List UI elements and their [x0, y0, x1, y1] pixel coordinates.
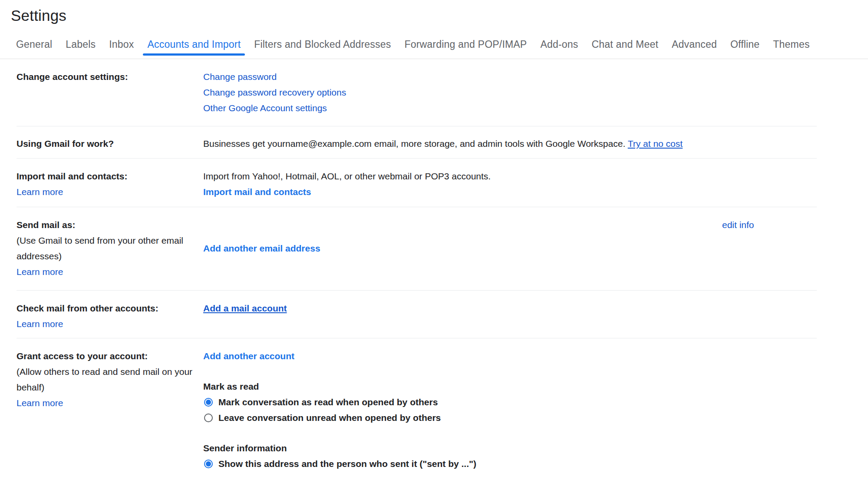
- using-gmail-for-work-label: Using Gmail for work?: [17, 136, 203, 152]
- tab-accounts-and-import[interactable]: Accounts and Import: [147, 33, 241, 59]
- radio-label: Mark conversation as read when opened by…: [218, 394, 438, 410]
- tab-chat-and-meet[interactable]: Chat and Meet: [592, 33, 658, 59]
- radio-option-mark-as-read[interactable]: Mark conversation as read when opened by…: [203, 394, 722, 410]
- change-password-recovery-options-link[interactable]: Change password recovery options: [203, 87, 346, 97]
- radio-option-leave-unread[interactable]: Leave conversation unread when opened by…: [203, 410, 722, 426]
- grant-access-label: Grant access to your account:: [17, 348, 203, 364]
- add-a-mail-account-link[interactable]: Add a mail account: [203, 303, 287, 313]
- tab-themes[interactable]: Themes: [773, 33, 809, 59]
- tab-add-ons[interactable]: Add-ons: [540, 33, 578, 59]
- change-password-link[interactable]: Change password: [203, 72, 277, 82]
- add-another-email-address-link[interactable]: Add another email address: [203, 243, 320, 253]
- radio-label: Leave conversation unread when opened by…: [218, 410, 441, 426]
- try-at-no-cost-link[interactable]: Try at no cost: [628, 139, 683, 149]
- radio-label: Show this address and the person who sen…: [218, 456, 476, 472]
- tab-advanced[interactable]: Advanced: [672, 33, 717, 59]
- send-mail-as-label: Send mail as:: [17, 217, 203, 233]
- tab-general[interactable]: General: [16, 33, 52, 59]
- page-title: Settings: [11, 7, 868, 24]
- other-google-account-settings-link[interactable]: Other Google Account settings: [203, 103, 327, 113]
- sender-information-heading: Sender information: [203, 440, 722, 456]
- check-mail-label: Check mail from other accounts:: [17, 301, 203, 316]
- row-grant-access: Grant access to your account: (Allow oth…: [17, 338, 817, 472]
- workspace-promo-text: Businesses get yourname@example.com emai…: [203, 139, 628, 149]
- radio-option-show-address[interactable]: Show this address and the person who sen…: [203, 456, 722, 472]
- send-mail-as-sublabel: (Use Gmail to send from your other email…: [17, 233, 203, 264]
- settings-rows: Change account settings: Change password…: [17, 59, 817, 472]
- tab-filters-and-blocked-addresses[interactable]: Filters and Blocked Addresses: [254, 33, 391, 59]
- add-another-account-link[interactable]: Add another account: [203, 351, 294, 361]
- import-description-text: Import from Yahoo!, Hotmail, AOL, or oth…: [203, 169, 722, 184]
- radio-button-leave-unread[interactable]: [204, 414, 213, 422]
- row-import-mail-and-contacts: Import mail and contacts: Learn more Imp…: [17, 159, 817, 207]
- radio-button-mark-as-read[interactable]: [204, 398, 213, 407]
- mark-as-read-heading: Mark as read: [203, 379, 722, 394]
- tab-labels[interactable]: Labels: [66, 33, 96, 59]
- grant-access-learn-more-link[interactable]: Learn more: [17, 398, 63, 408]
- row-change-account-settings: Change account settings: Change password…: [17, 59, 817, 126]
- row-using-gmail-for-work: Using Gmail for work? Businesses get you…: [17, 126, 817, 159]
- settings-tab-bar: General Labels Inbox Accounts and Import…: [0, 33, 868, 59]
- edit-info-link[interactable]: edit info: [722, 220, 754, 230]
- row-check-mail-from-other-accounts: Check mail from other accounts: Learn mo…: [17, 291, 817, 338]
- row-send-mail-as: Send mail as: (Use Gmail to send from yo…: [17, 207, 817, 291]
- tab-forwarding-and-pop-imap[interactable]: Forwarding and POP/IMAP: [404, 33, 527, 59]
- send-mail-as-learn-more-link[interactable]: Learn more: [17, 267, 63, 277]
- radio-button-show-address[interactable]: [204, 460, 213, 468]
- change-account-settings-label: Change account settings:: [17, 69, 203, 85]
- tab-offline[interactable]: Offline: [730, 33, 759, 59]
- import-learn-more-link[interactable]: Learn more: [17, 187, 63, 197]
- import-mail-and-contacts-label: Import mail and contacts:: [17, 169, 203, 184]
- check-mail-learn-more-link[interactable]: Learn more: [17, 319, 63, 329]
- import-mail-and-contacts-link[interactable]: Import mail and contacts: [203, 187, 311, 197]
- tab-inbox[interactable]: Inbox: [109, 33, 134, 59]
- grant-access-sublabel: (Allow others to read and send mail on y…: [17, 364, 203, 395]
